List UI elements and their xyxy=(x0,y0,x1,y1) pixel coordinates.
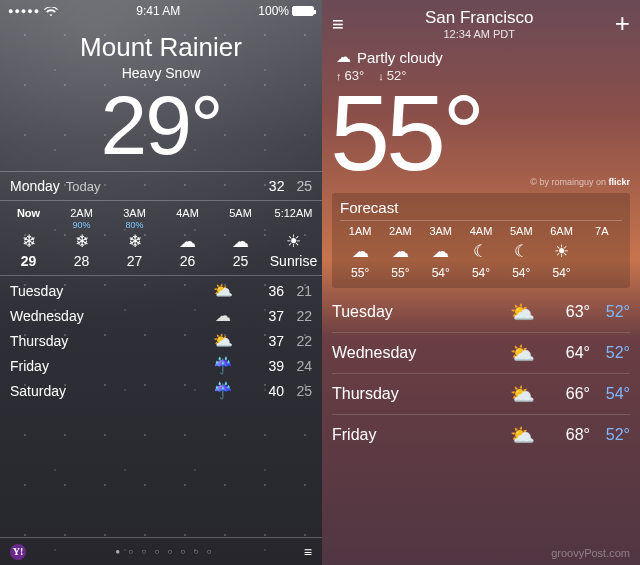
location-name: Mount Rainier xyxy=(0,32,322,63)
weather-icon: ☁︎ xyxy=(214,233,267,250)
hour-time: 1AM xyxy=(340,225,380,237)
hour-temp: 25 xyxy=(214,253,267,269)
hourly-col: 3AM 80% ❄︎ 27 xyxy=(108,207,161,269)
menu-button[interactable]: ≡ xyxy=(332,13,344,36)
hourly-col: 6AM ☀︎ 54° xyxy=(541,225,581,280)
daily-row: Thursday ⛅ 66° 54° xyxy=(332,374,630,415)
hour-temp: 26 xyxy=(161,253,214,269)
hourly-col: 5AM ☾ 54° xyxy=(501,225,541,280)
day-lo: 22 xyxy=(284,333,312,349)
day-name: Thursday xyxy=(332,385,399,403)
wifi-icon xyxy=(44,6,58,16)
hourly-col: 5AM ☁︎ 25 xyxy=(214,207,267,269)
today-hi: 32 xyxy=(269,178,285,194)
weather-icon: ⛅ xyxy=(502,382,542,406)
hour-temp: 55° xyxy=(340,266,380,280)
yahoo-weather-screen: ≡ San Francisco 12:34 AM PDT + ☁︎ Partly… xyxy=(322,0,640,565)
signal-dots: ●●●●● xyxy=(8,6,40,16)
weather-icon: ❄︎ xyxy=(55,233,108,250)
current-conditions: Mount Rainier Heavy Snow 29° xyxy=(0,22,322,171)
forecast-panel: Forecast 1AM ☁︎ 55° 2AM ☁︎ 55° 3AM ☁︎ 54… xyxy=(332,193,630,288)
condition-line: ☁︎ Partly cloudy xyxy=(336,48,626,66)
day-hi: 40 xyxy=(256,383,284,399)
today-day: Monday xyxy=(10,178,60,194)
weather-icon: ☔ xyxy=(208,356,238,375)
weather-icon: ☁︎ xyxy=(421,241,461,262)
weather-icon: ☁︎ xyxy=(380,241,420,262)
hourly-forecast[interactable]: Now ❄︎ 29 2AM 90% ❄︎ 28 3AM 80% ❄︎ 27 4A… xyxy=(0,200,322,276)
day-name: Wednesday xyxy=(332,344,416,362)
current-conditions: ☁︎ Partly cloudy ↑63° ↓52° 55° xyxy=(322,42,640,189)
title-block: San Francisco 12:34 AM PDT xyxy=(344,8,615,40)
day-lo: 22 xyxy=(284,308,312,324)
hour-temp: 54° xyxy=(501,266,541,280)
day-name: Saturday xyxy=(10,383,66,399)
day-lo: 21 xyxy=(284,283,312,299)
hour-pop xyxy=(267,220,320,230)
hour-time: 5:12AM xyxy=(267,207,320,219)
hour-time: 5AM xyxy=(501,225,541,237)
current-temp: 55° xyxy=(330,79,626,187)
hour-time: 2AM xyxy=(55,207,108,219)
hour-time: 3AM xyxy=(108,207,161,219)
weather-icon: ☁︎ xyxy=(208,306,238,325)
hourly-col: 2AM ☁︎ 55° xyxy=(380,225,420,280)
day-lo: 52° xyxy=(590,344,630,362)
day-lo: 24 xyxy=(284,358,312,374)
daily-row: Wednesday ☁︎ 37 22 xyxy=(10,303,312,328)
day-hi: 37 xyxy=(256,333,284,349)
daily-forecast[interactable]: Tuesday ⛅ 36 21 Wednesday ☁︎ 37 22 Thurs… xyxy=(0,276,322,405)
condition-text: Partly cloudy xyxy=(357,49,443,66)
day-hi: 66° xyxy=(550,385,590,403)
battery-block: 100% xyxy=(258,4,314,18)
hour-time: 6AM xyxy=(541,225,581,237)
day-lo: 25 xyxy=(284,383,312,399)
weather-icon: ❄︎ xyxy=(108,233,161,250)
day-name: Wednesday xyxy=(10,308,84,324)
hourly-col: 5:12AM ☀︎ Sunrise xyxy=(267,207,320,269)
hour-time: 3AM xyxy=(421,225,461,237)
list-button[interactable]: ≡ xyxy=(304,544,312,560)
weather-icon: ☔ xyxy=(208,381,238,400)
today-lo: 25 xyxy=(296,178,312,194)
hour-time: Now xyxy=(2,207,55,219)
day-name: Tuesday xyxy=(10,283,63,299)
weather-icon: ☁︎ xyxy=(161,233,214,250)
battery-percent: 100% xyxy=(258,4,289,18)
daily-row: Friday ☔ 39 24 xyxy=(10,353,312,378)
day-lo: 54° xyxy=(590,385,630,403)
weather-icon: ☁︎ xyxy=(340,241,380,262)
hourly-forecast[interactable]: 1AM ☁︎ 55° 2AM ☁︎ 55° 3AM ☁︎ 54° 4AM ☾ 5… xyxy=(340,225,622,280)
city-name: San Francisco xyxy=(344,8,615,28)
battery-icon xyxy=(292,6,314,16)
hour-pop: 90% xyxy=(55,220,108,230)
weather-icon: ⛅ xyxy=(208,331,238,350)
day-hi: 37 xyxy=(256,308,284,324)
hour-time: 4AM xyxy=(161,207,214,219)
hourly-col: 7A xyxy=(582,225,622,280)
hour-pop xyxy=(214,220,267,230)
watermark: groovyPost.com xyxy=(551,547,630,559)
today-label: Today xyxy=(66,179,101,194)
day-lo: 52° xyxy=(590,303,630,321)
day-hi: 68° xyxy=(550,426,590,444)
today-row: Monday Today 32 25 xyxy=(0,171,322,200)
current-temp: 29° xyxy=(0,83,322,167)
hour-temp: 28 xyxy=(55,253,108,269)
hour-temp: 54° xyxy=(421,266,461,280)
status-bar: ●●●●● 9:41 AM 100% xyxy=(0,0,322,22)
weather-icon: ⛅ xyxy=(208,281,238,300)
hour-temp: 55° xyxy=(380,266,420,280)
weather-icon: ☾ xyxy=(501,241,541,262)
daily-row: Tuesday ⛅ 36 21 xyxy=(10,278,312,303)
daily-row: Tuesday ⛅ 63° 52° xyxy=(332,292,630,333)
day-lo: 52° xyxy=(590,426,630,444)
day-hi: 63° xyxy=(550,303,590,321)
hour-temp: 54° xyxy=(461,266,501,280)
weather-icon: ❄︎ xyxy=(2,233,55,250)
provider-button[interactable]: Y! xyxy=(10,543,26,560)
add-location-button[interactable]: + xyxy=(615,16,630,32)
page-dots[interactable]: ● ○ ○ ○ ○ ○ ○ ○ xyxy=(26,547,304,556)
daily-forecast[interactable]: Tuesday ⛅ 63° 52° Wednesday ⛅ 64° 52° Th… xyxy=(332,292,630,455)
day-hi: 64° xyxy=(550,344,590,362)
